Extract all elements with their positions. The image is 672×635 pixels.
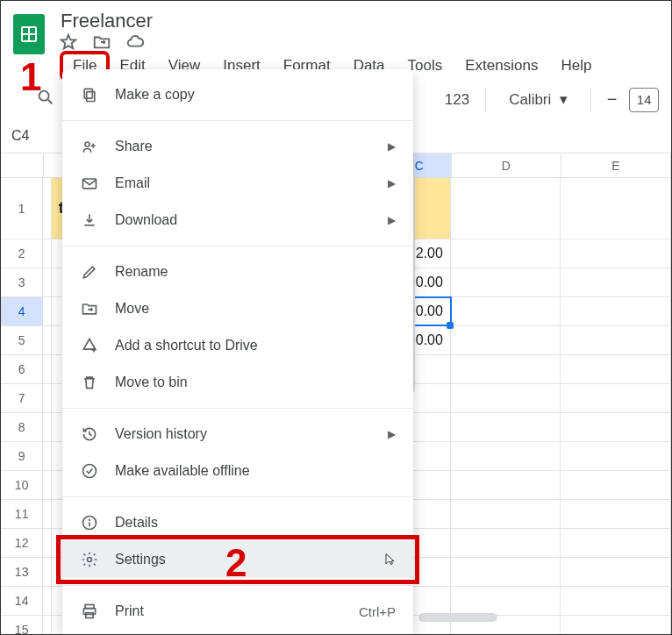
sheets-logo[interactable] — [13, 14, 45, 54]
trash-icon — [80, 373, 99, 392]
divider — [62, 408, 413, 409]
download-icon — [80, 210, 99, 230]
menu-extensions[interactable]: Extensions — [454, 54, 548, 78]
cell[interactable] — [561, 471, 671, 499]
font-size-decrease[interactable]: − — [607, 89, 618, 110]
cell[interactable] — [561, 178, 671, 239]
menu-help[interactable]: Help — [550, 54, 602, 78]
cell[interactable] — [561, 268, 671, 296]
share-icon — [80, 137, 99, 156]
gear-icon — [80, 550, 99, 569]
file-move[interactable]: Move — [62, 290, 413, 327]
file-print[interactable]: Print Ctrl+P — [62, 593, 413, 630]
row-header[interactable]: 7 — [1, 384, 43, 412]
file-email[interactable]: Email ▶ — [62, 165, 413, 202]
row-header[interactable]: 4 — [1, 297, 43, 325]
cell[interactable] — [451, 587, 561, 615]
file-rename[interactable]: Rename — [62, 253, 413, 290]
row-header[interactable]: 8 — [1, 413, 43, 441]
cell[interactable] — [451, 268, 561, 296]
menu-label: Email — [115, 175, 372, 191]
row-header[interactable]: 1 — [1, 178, 43, 239]
row-header[interactable]: 10 — [1, 471, 43, 499]
move-folder-icon[interactable] — [92, 32, 111, 55]
number-format-button[interactable]: 123 — [445, 91, 469, 109]
move-icon — [80, 299, 99, 318]
horizontal-scrollbar[interactable] — [418, 613, 655, 622]
cell[interactable] — [561, 239, 671, 268]
cell[interactable] — [451, 239, 561, 268]
cell[interactable] — [451, 355, 561, 383]
svg-point-8 — [85, 142, 89, 146]
cell[interactable] — [561, 355, 671, 383]
file-version-history[interactable]: Version history ▶ — [62, 416, 413, 453]
column-header-e[interactable]: E — [561, 153, 671, 177]
svg-marker-3 — [61, 35, 76, 49]
cloud-status-icon[interactable] — [125, 32, 145, 55]
annotation-number-2: 2 — [225, 541, 247, 585]
scrollbar-thumb[interactable] — [418, 613, 497, 622]
cell[interactable] — [451, 558, 561, 586]
chevron-down-icon: ▾ — [560, 90, 568, 109]
divider — [62, 585, 413, 586]
file-offline[interactable]: Make available offline — [62, 453, 413, 489]
svg-point-17 — [89, 519, 90, 520]
menu-label: Print — [115, 603, 343, 619]
file-download[interactable]: Download ▶ — [62, 202, 413, 239]
cell[interactable] — [561, 384, 671, 412]
cell[interactable] — [451, 471, 561, 499]
file-make-copy[interactable]: Make a copy — [62, 76, 413, 113]
cell[interactable] — [561, 297, 671, 325]
file-details[interactable]: Details — [62, 504, 413, 541]
chevron-right-icon: ▶ — [388, 428, 396, 440]
cell[interactable] — [561, 558, 671, 586]
cursor-icon — [383, 553, 396, 567]
menu-label: Share — [115, 139, 372, 154]
cell[interactable] — [451, 500, 561, 528]
menu-label: Version history — [115, 426, 372, 442]
row-header[interactable]: 5 — [1, 326, 43, 354]
cell[interactable] — [561, 413, 671, 441]
rename-icon — [80, 262, 99, 282]
cell[interactable] — [451, 529, 561, 557]
cell[interactable] — [451, 178, 561, 239]
cell[interactable] — [561, 326, 671, 354]
file-move-to-bin[interactable]: Move to bin — [62, 364, 413, 401]
star-icon[interactable] — [59, 32, 78, 55]
cell[interactable] — [451, 297, 561, 325]
cell[interactable] — [561, 500, 671, 528]
row-header[interactable]: 9 — [1, 442, 43, 470]
chevron-right-icon: ▶ — [388, 214, 396, 226]
row-header[interactable]: 15 — [1, 616, 43, 635]
row-header[interactable]: 14 — [1, 587, 43, 615]
document-title[interactable]: Freelancer — [55, 8, 158, 33]
cell[interactable] — [451, 326, 561, 354]
name-box[interactable]: C4 — [10, 125, 50, 147]
menu-label: Move — [115, 301, 396, 317]
row-header[interactable]: 6 — [1, 355, 43, 383]
cell[interactable] — [451, 413, 561, 441]
chevron-right-icon: ▶ — [388, 140, 396, 153]
row-header[interactable]: 3 — [1, 268, 43, 296]
cell[interactable] — [451, 442, 561, 470]
email-icon — [80, 174, 99, 193]
row-header[interactable]: 2 — [1, 239, 43, 268]
row-header[interactable]: 11 — [1, 500, 43, 528]
svg-point-18 — [88, 558, 92, 562]
file-add-shortcut[interactable]: Add a shortcut to Drive — [62, 327, 413, 364]
row-header[interactable]: 13 — [1, 558, 43, 586]
cell[interactable] — [561, 587, 671, 615]
row-header[interactable]: 12 — [1, 529, 43, 557]
cell[interactable] — [561, 529, 671, 557]
font-size-input[interactable]: 14 — [629, 88, 659, 112]
select-all-corner[interactable] — [1, 153, 44, 177]
cell[interactable] — [561, 442, 671, 470]
font-family-select[interactable]: Calibri ▾ — [502, 87, 575, 112]
drive-shortcut-icon — [80, 336, 99, 355]
column-header-d[interactable]: D — [452, 153, 561, 177]
menu-label: Download — [115, 212, 372, 228]
file-share[interactable]: Share ▶ — [62, 128, 413, 165]
menu-label: Make a copy — [115, 87, 396, 103]
cell[interactable] — [451, 384, 561, 412]
font-family-label: Calibri — [509, 91, 551, 109]
